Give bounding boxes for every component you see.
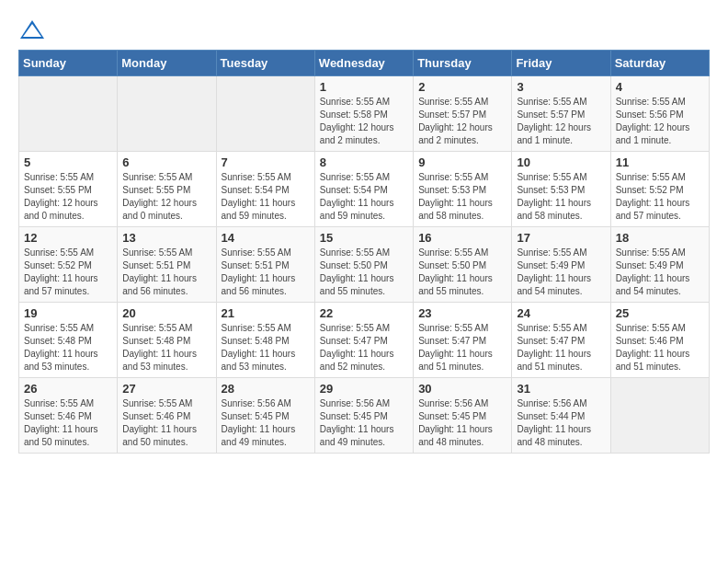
calendar-cell: 6Sunrise: 5:55 AM Sunset: 5:55 PM Daylig… <box>118 152 216 227</box>
calendar-cell: 17Sunrise: 5:55 AM Sunset: 5:49 PM Dayli… <box>512 227 610 303</box>
day-number: 5 <box>24 155 112 169</box>
weekday-header-friday: Friday <box>512 51 610 76</box>
day-number: 8 <box>320 155 408 169</box>
calendar-cell: 13Sunrise: 5:55 AM Sunset: 5:51 PM Dayli… <box>118 227 216 303</box>
weekday-header-row: SundayMondayTuesdayWednesdayThursdayFrid… <box>19 51 710 76</box>
calendar-cell: 20Sunrise: 5:55 AM Sunset: 5:48 PM Dayli… <box>118 303 216 378</box>
calendar-table: SundayMondayTuesdayWednesdayThursdayFrid… <box>18 50 710 454</box>
calendar-cell: 18Sunrise: 5:55 AM Sunset: 5:49 PM Dayli… <box>610 227 709 303</box>
calendar-cell <box>19 76 118 152</box>
calendar-cell: 1Sunrise: 5:55 AM Sunset: 5:58 PM Daylig… <box>314 76 413 152</box>
calendar-cell: 24Sunrise: 5:55 AM Sunset: 5:47 PM Dayli… <box>512 303 610 378</box>
day-info: Sunrise: 5:55 AM Sunset: 5:47 PM Dayligh… <box>320 322 408 373</box>
day-info: Sunrise: 5:56 AM Sunset: 5:45 PM Dayligh… <box>320 397 408 449</box>
calendar-week-row: 12Sunrise: 5:55 AM Sunset: 5:52 PM Dayli… <box>19 227 710 303</box>
day-number: 31 <box>517 382 605 396</box>
calendar-cell: 15Sunrise: 5:55 AM Sunset: 5:50 PM Dayli… <box>314 227 413 303</box>
weekday-header-sunday: Sunday <box>19 51 118 76</box>
day-info: Sunrise: 5:56 AM Sunset: 5:45 PM Dayligh… <box>418 397 506 449</box>
calendar-cell: 14Sunrise: 5:55 AM Sunset: 5:51 PM Dayli… <box>216 227 314 303</box>
day-info: Sunrise: 5:55 AM Sunset: 5:51 PM Dayligh… <box>222 247 310 298</box>
day-info: Sunrise: 5:55 AM Sunset: 5:48 PM Dayligh… <box>222 322 310 373</box>
day-info: Sunrise: 5:55 AM Sunset: 5:49 PM Dayligh… <box>517 247 605 298</box>
day-info: Sunrise: 5:55 AM Sunset: 5:58 PM Dayligh… <box>320 96 408 147</box>
day-info: Sunrise: 5:55 AM Sunset: 5:48 PM Dayligh… <box>24 322 112 373</box>
day-number: 7 <box>222 155 310 169</box>
day-info: Sunrise: 5:55 AM Sunset: 5:47 PM Dayligh… <box>517 322 605 373</box>
calendar-cell: 29Sunrise: 5:56 AM Sunset: 5:45 PM Dayli… <box>314 378 413 454</box>
day-info: Sunrise: 5:55 AM Sunset: 5:56 PM Dayligh… <box>616 96 704 147</box>
day-number: 3 <box>517 80 605 94</box>
logo <box>18 18 50 40</box>
calendar-cell <box>118 76 216 152</box>
day-number: 26 <box>24 382 112 396</box>
weekday-header-tuesday: Tuesday <box>216 51 314 76</box>
day-number: 27 <box>122 382 210 396</box>
day-number: 29 <box>320 382 408 396</box>
day-number: 20 <box>122 306 210 320</box>
day-info: Sunrise: 5:56 AM Sunset: 5:44 PM Dayligh… <box>517 397 605 449</box>
day-info: Sunrise: 5:55 AM Sunset: 5:51 PM Dayligh… <box>122 247 210 298</box>
day-info: Sunrise: 5:55 AM Sunset: 5:57 PM Dayligh… <box>418 96 506 147</box>
day-number: 17 <box>517 231 605 245</box>
day-number: 19 <box>24 306 112 320</box>
calendar-cell <box>610 378 709 454</box>
day-number: 16 <box>418 231 506 245</box>
day-number: 6 <box>122 155 210 169</box>
day-info: Sunrise: 5:55 AM Sunset: 5:50 PM Dayligh… <box>418 247 506 298</box>
weekday-header-monday: Monday <box>118 51 216 76</box>
day-number: 1 <box>320 80 408 94</box>
day-info: Sunrise: 5:55 AM Sunset: 5:57 PM Dayligh… <box>517 96 605 147</box>
day-number: 24 <box>517 306 605 320</box>
calendar-cell: 7Sunrise: 5:55 AM Sunset: 5:54 PM Daylig… <box>216 152 314 227</box>
calendar-week-row: 19Sunrise: 5:55 AM Sunset: 5:48 PM Dayli… <box>19 303 710 378</box>
calendar-cell: 25Sunrise: 5:55 AM Sunset: 5:46 PM Dayli… <box>610 303 709 378</box>
day-info: Sunrise: 5:55 AM Sunset: 5:53 PM Dayligh… <box>517 171 605 223</box>
calendar-cell: 19Sunrise: 5:55 AM Sunset: 5:48 PM Dayli… <box>19 303 118 378</box>
logo-icon <box>18 18 46 40</box>
day-number: 4 <box>616 80 704 94</box>
day-number: 25 <box>616 306 704 320</box>
calendar-cell: 2Sunrise: 5:55 AM Sunset: 5:57 PM Daylig… <box>414 76 512 152</box>
day-info: Sunrise: 5:55 AM Sunset: 5:47 PM Dayligh… <box>418 322 506 373</box>
calendar-week-row: 5Sunrise: 5:55 AM Sunset: 5:55 PM Daylig… <box>19 152 710 227</box>
day-number: 12 <box>24 231 112 245</box>
calendar-week-row: 26Sunrise: 5:55 AM Sunset: 5:46 PM Dayli… <box>19 378 710 454</box>
calendar-cell: 4Sunrise: 5:55 AM Sunset: 5:56 PM Daylig… <box>610 76 709 152</box>
day-info: Sunrise: 5:55 AM Sunset: 5:48 PM Dayligh… <box>122 322 210 373</box>
calendar-cell: 27Sunrise: 5:55 AM Sunset: 5:46 PM Dayli… <box>118 378 216 454</box>
day-number: 10 <box>517 155 605 169</box>
day-info: Sunrise: 5:56 AM Sunset: 5:45 PM Dayligh… <box>222 397 310 449</box>
calendar-cell: 31Sunrise: 5:56 AM Sunset: 5:44 PM Dayli… <box>512 378 610 454</box>
day-info: Sunrise: 5:55 AM Sunset: 5:46 PM Dayligh… <box>616 322 704 373</box>
day-info: Sunrise: 5:55 AM Sunset: 5:46 PM Dayligh… <box>24 397 112 449</box>
day-info: Sunrise: 5:55 AM Sunset: 5:50 PM Dayligh… <box>320 247 408 298</box>
calendar-cell: 16Sunrise: 5:55 AM Sunset: 5:50 PM Dayli… <box>414 227 512 303</box>
calendar-cell: 3Sunrise: 5:55 AM Sunset: 5:57 PM Daylig… <box>512 76 610 152</box>
calendar-cell: 9Sunrise: 5:55 AM Sunset: 5:53 PM Daylig… <box>414 152 512 227</box>
weekday-header-wednesday: Wednesday <box>314 51 413 76</box>
day-number: 11 <box>616 155 704 169</box>
day-number: 13 <box>122 231 210 245</box>
day-number: 14 <box>222 231 310 245</box>
day-number: 22 <box>320 306 408 320</box>
calendar-cell: 21Sunrise: 5:55 AM Sunset: 5:48 PM Dayli… <box>216 303 314 378</box>
day-number: 21 <box>222 306 310 320</box>
day-info: Sunrise: 5:55 AM Sunset: 5:53 PM Dayligh… <box>418 171 506 223</box>
calendar-cell: 26Sunrise: 5:55 AM Sunset: 5:46 PM Dayli… <box>19 378 118 454</box>
page-header <box>18 18 710 40</box>
calendar-cell: 8Sunrise: 5:55 AM Sunset: 5:54 PM Daylig… <box>314 152 413 227</box>
day-info: Sunrise: 5:55 AM Sunset: 5:52 PM Dayligh… <box>24 247 112 298</box>
calendar-cell: 12Sunrise: 5:55 AM Sunset: 5:52 PM Dayli… <box>19 227 118 303</box>
calendar-cell: 5Sunrise: 5:55 AM Sunset: 5:55 PM Daylig… <box>19 152 118 227</box>
day-info: Sunrise: 5:55 AM Sunset: 5:52 PM Dayligh… <box>616 171 704 223</box>
calendar-week-row: 1Sunrise: 5:55 AM Sunset: 5:58 PM Daylig… <box>19 76 710 152</box>
weekday-header-saturday: Saturday <box>610 51 709 76</box>
day-number: 28 <box>222 382 310 396</box>
day-number: 18 <box>616 231 704 245</box>
day-info: Sunrise: 5:55 AM Sunset: 5:54 PM Dayligh… <box>320 171 408 223</box>
weekday-header-thursday: Thursday <box>414 51 512 76</box>
day-number: 30 <box>418 382 506 396</box>
calendar-cell: 23Sunrise: 5:55 AM Sunset: 5:47 PM Dayli… <box>414 303 512 378</box>
calendar-cell: 30Sunrise: 5:56 AM Sunset: 5:45 PM Dayli… <box>414 378 512 454</box>
